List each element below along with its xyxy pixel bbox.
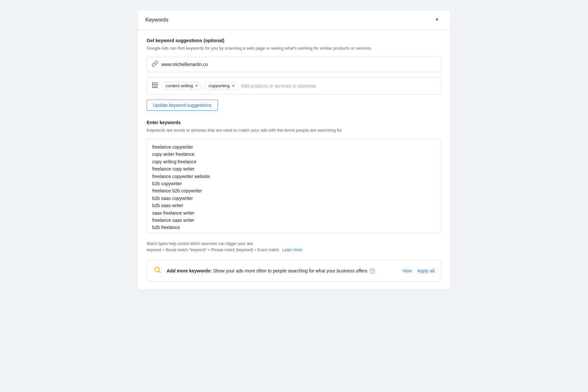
tags-container: content writing × copywriting × Add prod… [161, 82, 436, 90]
help-icon[interactable]: ? [370, 269, 375, 274]
tag-label: content writing [166, 83, 193, 88]
tags-placeholder: Add products or services to advertise [241, 83, 316, 89]
tag-content-writing: content writing × [161, 82, 202, 90]
enter-keywords-desc: Keywords are words or phrases that are u… [147, 127, 441, 134]
enter-keywords-section: Enter keywords Keywords are words or phr… [147, 120, 441, 235]
keywords-textarea[interactable]: freelance copywriter copy writer freelan… [147, 139, 441, 233]
svg-line-1 [159, 271, 161, 273]
tag-label: copywriting [208, 83, 230, 88]
update-keyword-suggestions-button[interactable]: Update keyword suggestions [147, 100, 218, 111]
url-input[interactable] [161, 62, 436, 67]
tag-close-content-writing[interactable]: × [195, 83, 198, 89]
tag-close-copywriting[interactable]: × [232, 83, 235, 89]
tag-copywriting: copywriting × [204, 82, 238, 90]
keyword-suggestions-title: Get keyword suggestions (optional) [147, 38, 441, 43]
link-icon [152, 60, 158, 69]
banner-text: Add more keywords: Show your ads more of… [167, 268, 397, 274]
search-banner-icon [154, 266, 161, 276]
apply-all-button[interactable]: Apply all [417, 268, 434, 273]
banner-actions: View Apply all [402, 268, 434, 273]
match-types-line1: Match types help control which searches … [147, 241, 441, 247]
match-types-info: Match types help control which searches … [147, 241, 441, 253]
add-more-keywords-banner: Add more keywords: Show your ads more of… [147, 260, 441, 282]
tags-input-wrapper[interactable]: content writing × copywriting × Add prod… [147, 77, 441, 94]
banner-text-bold: Add more keywords: [167, 268, 212, 273]
keywords-section-header: Keywords ▲ [138, 10, 450, 30]
collapse-chevron-icon[interactable]: ▲ [435, 16, 443, 24]
match-types-examples: keyword = Broad match "keyword" = Phrase… [147, 248, 279, 252]
keyword-suggestions-desc: Google Ads can find keywords for you by … [147, 45, 441, 52]
match-types-line2: keyword = Broad match "keyword" = Phrase… [147, 247, 441, 253]
store-icon [152, 82, 158, 90]
keywords-title: Keywords [145, 17, 168, 23]
view-button[interactable]: View [402, 268, 412, 273]
banner-text-regular: Show your ads more often to people searc… [213, 268, 367, 273]
learn-more-link[interactable]: Learn more [282, 248, 302, 252]
enter-keywords-title: Enter keywords [147, 120, 441, 125]
url-input-wrapper [147, 57, 441, 72]
